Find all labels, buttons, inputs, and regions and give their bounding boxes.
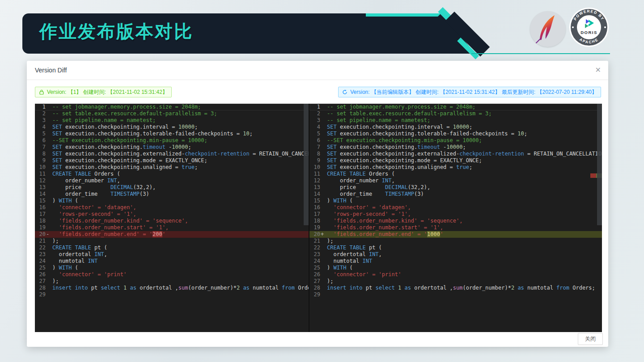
sync-icon	[342, 89, 347, 95]
code-line: 10SET execution.checkpointing.unaligned …	[309, 164, 602, 171]
code-line: 7SET execution.checkpointing.timeout -10…	[309, 144, 602, 151]
close-icon[interactable]: ✕	[595, 66, 601, 75]
diff-pane-original[interactable]: 1-- set jobmanager.memory.process.size =…	[35, 104, 309, 332]
diff-editor: 1-- set jobmanager.memory.process.size =…	[35, 104, 602, 332]
doris-powered-by-badge: POWERED BY APACHE DORIS	[569, 7, 609, 47]
code-line: 5SET execution.checkpointing.tolerable-f…	[35, 130, 309, 137]
slide-title: 作业发布版本对比	[39, 19, 193, 44]
code-line: 19 'fields.order_number.start' = '1',	[309, 224, 602, 231]
code-line: 6--SET execution.checkpointing.min-pause…	[35, 137, 309, 144]
code-line: 9SET execution.checkpointing.mode = EXAC…	[309, 157, 602, 164]
code-line: 24 numtotal INT	[35, 258, 309, 265]
code-line: 2-- set table.exec.resource.default-para…	[309, 110, 602, 117]
code-line: 21);	[35, 238, 309, 244]
code-line: 2-- set table.exec.resource.default-para…	[35, 110, 309, 117]
code-line: 18 'fields.order_number.kind' = 'sequenc…	[309, 218, 602, 224]
close-button[interactable]: 关闭	[578, 333, 603, 345]
code-line: 6--SET execution.checkpointing.min-pause…	[309, 137, 602, 144]
doris-center-text: DORIS	[580, 30, 597, 35]
code-line: 25) WITH (	[309, 265, 602, 271]
code-line: 20- 'fields.order_number.end' = '200'	[35, 231, 309, 238]
doris-badge-icon: POWERED BY APACHE DORIS	[569, 7, 609, 47]
code-line: 3-- set pipeline.name = nametest;	[35, 117, 309, 124]
left-version-badge: Version: 【1】 创建时间: 【2021-11-02 15:31:42】	[35, 87, 172, 97]
code-line: 12 order_number INT,	[309, 177, 602, 184]
dialog-header: Version Diff ✕	[27, 61, 608, 80]
code-line: 15) WITH (	[35, 198, 309, 204]
code-line: 16 'connector' = 'datagen',	[309, 204, 602, 211]
diff-marker-deleted	[590, 173, 596, 178]
code-line: 22CREATE TABLE pt (	[309, 244, 602, 251]
code-line: 8SET execution.checkpointing.externalize…	[35, 151, 309, 157]
code-line: 15) WITH (	[309, 198, 602, 204]
code-line: 29	[309, 291, 602, 298]
slide: 作业发布版本对比 POWERED B	[0, 0, 644, 362]
right-version-badge: Version: 【当前编辑版本】 创建时间: 【2021-11-02 15:3…	[338, 87, 601, 97]
code-line: 20+ 'fields.order_number.end' = '1000'	[309, 231, 602, 238]
code-line: 7SET execution.checkpointing.timeout -10…	[35, 144, 309, 151]
right-version-label: Version: 【当前编辑版本】 创建时间: 【2021-11-02 15:3…	[350, 88, 597, 96]
code-line: 4SET execution.checkpointing.interval = …	[35, 124, 309, 130]
left-scrollbar[interactable]	[304, 104, 309, 225]
code-line: 14 order_time TIMESTAMP(3)	[35, 191, 309, 198]
version-badges-row: Version: 【1】 创建时间: 【2021-11-02 15:31:42】…	[35, 87, 601, 97]
code-line: 14 order_time TIMESTAMP(3)	[309, 191, 602, 198]
code-line: 13 price DECIMAL(32,2),	[309, 184, 602, 191]
code-line: 16 'connector' = 'datagen',	[35, 204, 309, 211]
code-line: 13 price DECIMAL(32,2),	[35, 184, 309, 191]
teal-accent-strip	[366, 13, 441, 17]
apache-feather-logo	[530, 11, 566, 47]
code-line: 4SET execution.checkpointing.interval = …	[309, 124, 602, 130]
code-line: 1-- set jobmanager.memory.process.size =…	[309, 104, 602, 110]
code-line: 24 numtotal INT	[309, 258, 602, 265]
code-line: 3-- set pipeline.name = nametest;	[309, 117, 602, 124]
code-line: 12 order_number INT,	[35, 177, 309, 184]
dialog-title: Version Diff	[35, 67, 67, 74]
right-scrollbar[interactable]	[597, 104, 602, 225]
code-line: 21);	[309, 238, 602, 244]
version-diff-dialog: Version Diff ✕ Version: 【1】 创建时间: 【2021-…	[27, 61, 608, 347]
code-line: 17 'rows-per-second' = '1',	[309, 211, 602, 218]
code-line: 28insert into pt select 1 as ordertotal …	[35, 285, 309, 291]
code-line: 23 ordertotal INT,	[35, 251, 309, 258]
code-line: 18 'fields.order_number.kind' = 'sequenc…	[35, 218, 309, 224]
left-version-label: Version: 【1】 创建时间: 【2021-11-02 15:31:42】	[47, 88, 168, 96]
apache-feather-icon	[535, 14, 561, 44]
code-line: 5SET execution.checkpointing.tolerable-f…	[309, 130, 602, 137]
code-line: 8SET execution.checkpointing.externalize…	[309, 151, 602, 157]
diff-pane-modified[interactable]: 1-- set jobmanager.memory.process.size =…	[309, 104, 602, 332]
code-line: 11CREATE TABLE Orders (	[35, 171, 309, 177]
code-line: 25) WITH (	[35, 265, 309, 271]
code-line: 10SET execution.checkpointing.unaligned …	[35, 164, 309, 171]
code-line: 11CREATE TABLE Orders (	[309, 171, 602, 177]
code-line: 9SET execution.checkpointing.mode = EXAC…	[35, 157, 309, 164]
code-line: 1-- set jobmanager.memory.process.size =…	[35, 104, 309, 110]
code-line: 23 ordertotal INT,	[309, 251, 602, 258]
code-line: 17 'rows-per-second' = '1',	[35, 211, 309, 218]
code-line: 29	[35, 291, 309, 298]
code-line: 19 'fields.order_number.start' = '1',	[35, 224, 309, 231]
code-line: 22CREATE TABLE pt (	[35, 244, 309, 251]
code-line: 27);	[309, 278, 602, 285]
code-line: 27);	[35, 278, 309, 285]
teal-underline	[471, 53, 610, 54]
code-line: 26 'connector' = 'print'	[35, 271, 309, 278]
code-line: 26 'connector' = 'print'	[309, 271, 602, 278]
lock-icon	[39, 89, 44, 95]
code-line: 28insert into pt select 1 as ordertotal …	[309, 285, 602, 291]
